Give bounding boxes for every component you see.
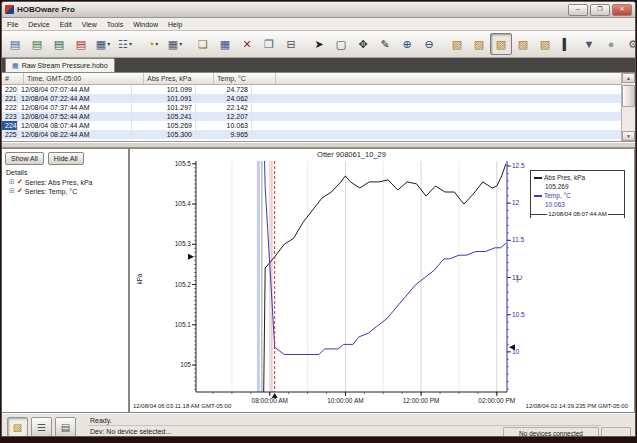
series-tree-item[interactable]: ⊞✓Series: Abs Pres, kPa [9, 178, 125, 186]
menu-help[interactable]: Help [163, 21, 187, 28]
svg-text:10.5: 10.5 [512, 311, 525, 318]
table-cell[interactable]: 12/08/04 08:07:44 AM [18, 121, 132, 130]
column-header[interactable]: Temp, °C [214, 73, 276, 84]
mark-points-icon[interactable]: ▨ [468, 33, 490, 55]
column-header[interactable]: # [2, 73, 24, 84]
marquee-tool-icon[interactable]: ▢ [330, 33, 352, 55]
status-end-cell [601, 427, 631, 437]
table-row[interactable]: 22512/08/04 08:22:44 AM105.3009.965 [2, 130, 635, 139]
plot-view-button[interactable]: ▨ [7, 417, 28, 437]
pan-tool-icon[interactable]: ✥ [352, 33, 374, 55]
table-cell[interactable]: 101.091 [132, 94, 196, 103]
scroll-up-icon[interactable]: ▲ [622, 73, 635, 83]
graph-type-icon[interactable]: ▧ [534, 33, 556, 55]
table-view-button[interactable]: ☰ [31, 417, 52, 437]
table-row[interactable]: 22612/08/04 08:37:44 AM105.3159.965 [2, 139, 635, 142]
crop-series-icon[interactable]: ▧ [446, 33, 468, 55]
tab-raw-stream-pressure[interactable]: ▦ Raw Stream Pressure.hobo [5, 58, 115, 72]
hide-all-button[interactable]: Hide All [48, 152, 84, 165]
table-cell[interactable]: 24.728 [196, 85, 252, 94]
table-cell[interactable]: 226 [2, 139, 18, 142]
table-cell[interactable]: 12/08/04 08:37:44 AM [18, 139, 132, 142]
menu-device[interactable]: Device [23, 21, 54, 28]
menu-file[interactable]: File [2, 21, 23, 28]
table-row[interactable]: 22312/08/04 07:52:44 AM105.24112.207 [2, 112, 635, 121]
table-cell[interactable]: 101.099 [132, 85, 196, 94]
table-scrollbar[interactable]: ▲ ▼ [621, 73, 635, 141]
save-file-icon[interactable]: ▦ [214, 33, 236, 55]
inactive-tool-icon[interactable]: ● [600, 33, 622, 55]
table-row[interactable]: 22112/08/04 07:22:44 AM101.09124.062 [2, 94, 635, 103]
table-cell[interactable]: 225 [2, 130, 18, 139]
zoom-out-tool-icon[interactable]: ⊖ [418, 33, 440, 55]
launch-device-icon[interactable]: ▤ [4, 33, 26, 55]
maximize-button[interactable]: ❐ [590, 4, 610, 16]
scrollbar-thumb[interactable] [622, 85, 635, 107]
table-row[interactable]: 22212/08/04 07:37:44 AM101.29722.142 [2, 103, 635, 112]
interval-grid-icon[interactable]: ▦▾ [164, 33, 186, 55]
table-body[interactable]: 22012/08/04 07:07:44 AM101.09924.7282211… [2, 80, 635, 142]
stop-device-icon[interactable]: ▤ [70, 33, 92, 55]
process-levels-icon[interactable]: ☷▾ [114, 33, 136, 55]
pointer-tool-icon[interactable]: ➤ [308, 33, 330, 55]
zoom-in-tool-icon[interactable]: ⊕ [396, 33, 418, 55]
table-cell[interactable]: 24.062 [196, 94, 252, 103]
close-file-icon[interactable]: ✕ [236, 33, 258, 55]
svg-text:105: 105 [180, 361, 191, 368]
table-cell[interactable]: 12/08/04 07:22:44 AM [18, 94, 132, 103]
display-options-icon[interactable]: ▦▾ [92, 33, 114, 55]
table-cell[interactable]: 220 [2, 85, 18, 94]
details-view-button[interactable]: ▤ [55, 417, 76, 437]
smooth-series-icon[interactable]: ▨ [512, 33, 534, 55]
readout-device-icon[interactable]: ▤ [26, 33, 48, 55]
table-cell[interactable]: 223 [2, 112, 18, 121]
table-cell[interactable]: 9.965 [196, 139, 252, 142]
check-icon[interactable]: ✓ [17, 178, 23, 186]
plot-device-data-icon[interactable]: ▤ [48, 33, 70, 55]
table-cell[interactable]: 221 [2, 94, 18, 103]
print-icon[interactable]: ⊟ [280, 33, 302, 55]
export-data-icon[interactable]: ❐ [258, 33, 280, 55]
menu-view[interactable]: View [77, 21, 102, 28]
menu-window[interactable]: Window [128, 21, 163, 28]
filter-series-icon[interactable]: ▼ [578, 33, 600, 55]
selected-row-cell[interactable]: 224 [2, 121, 18, 130]
table-cell[interactable]: 222 [2, 103, 18, 112]
open-file-icon[interactable]: ❏ [192, 33, 214, 55]
minimize-button[interactable]: ─ [568, 4, 588, 16]
table-cell[interactable]: 105.300 [132, 130, 196, 139]
table-cell[interactable]: 22.142 [196, 103, 252, 112]
series-tree-item[interactable]: ⊞✓Series: Temp, °C [9, 187, 125, 195]
table-cell[interactable]: 10.063 [196, 121, 252, 130]
column-header[interactable]: Abs Pres, kPa [144, 73, 214, 84]
scroll-down-icon[interactable]: ▼ [622, 131, 635, 141]
table-cell[interactable]: 9.965 [196, 130, 252, 139]
close-button[interactable]: ✕ [612, 4, 632, 16]
check-icon[interactable]: ✓ [17, 187, 23, 195]
show-all-button[interactable]: Show All [5, 152, 44, 165]
table-cell[interactable]: 12.207 [196, 112, 252, 121]
table-cell[interactable]: 12/08/04 07:07:44 AM [18, 85, 132, 94]
table-cell[interactable]: 12/08/04 07:37:44 AM [18, 103, 132, 112]
column-header[interactable]: Time, GMT-05:00 [24, 73, 144, 84]
table-cell[interactable]: 105.269 [132, 121, 196, 130]
table-row[interactable]: 22412/08/04 08:07:44 AM105.26910.063 [2, 121, 635, 130]
series-tree[interactable]: ⊞✓Series: Abs Pres, kPa⊞✓Series: Temp, °… [5, 178, 125, 195]
expand-icon[interactable]: ⊞ [9, 187, 15, 195]
table-cell[interactable]: 101.297 [132, 103, 196, 112]
app-window: HOBOware Pro ─❐✕ FileDeviceEditViewTools… [1, 1, 636, 437]
title-bar[interactable]: HOBOware Pro ─❐✕ [2, 2, 635, 18]
menu-tools[interactable]: Tools [102, 21, 128, 28]
menu-edit[interactable]: Edit [55, 21, 77, 28]
timezone-clock-icon[interactable]: ◔▾ [142, 33, 164, 55]
table-row[interactable]: 22012/08/04 07:07:44 AM101.09924.728 [2, 85, 635, 94]
table-cell[interactable]: 105.315 [132, 139, 196, 142]
table-cell[interactable]: 105.241 [132, 112, 196, 121]
slider-tool-icon[interactable]: ▍ [556, 33, 578, 55]
annotate-tool-icon[interactable]: ✎ [374, 33, 396, 55]
expand-icon[interactable]: ⊞ [9, 178, 15, 186]
plot-properties-icon[interactable]: ▧ [490, 33, 512, 55]
settings-tool-icon[interactable]: ⚙ [622, 33, 636, 55]
table-cell[interactable]: 12/08/04 07:52:44 AM [18, 112, 132, 121]
table-cell[interactable]: 12/08/04 08:22:44 AM [18, 130, 132, 139]
